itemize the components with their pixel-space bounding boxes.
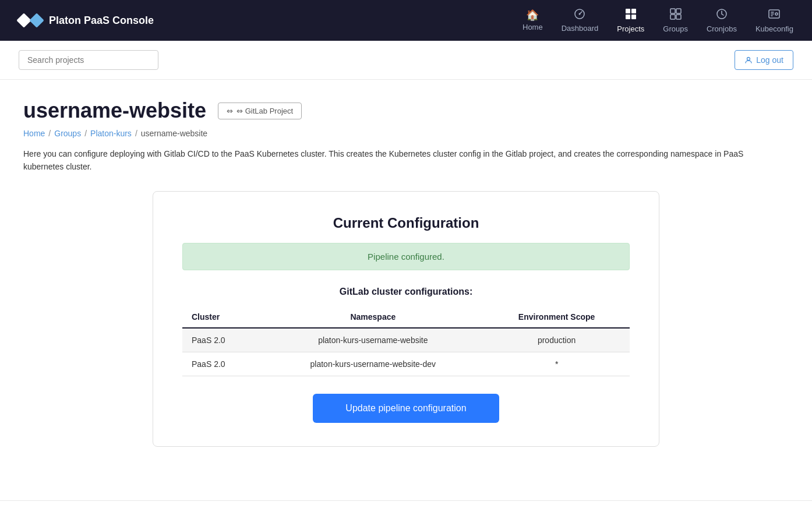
page-title: username-website xyxy=(23,98,206,123)
svg-point-1 xyxy=(579,13,581,15)
svg-rect-4 xyxy=(626,15,630,19)
breadcrumb-current: username-website xyxy=(141,129,207,138)
nav-groups[interactable]: Groups xyxy=(663,8,688,33)
nav-dashboard-label: Dashboard xyxy=(562,24,599,33)
table-header-row: Cluster Namespace Environment Scope xyxy=(182,306,630,328)
main-content: username-website ⇔ ⇔ GitLab Project Home… xyxy=(0,80,812,465)
gitlab-project-link[interactable]: ⇔ ⇔ GitLab Project xyxy=(218,103,302,119)
groups-icon xyxy=(669,8,682,22)
cluster-configs-table: Cluster Namespace Environment Scope PaaS… xyxy=(182,306,630,376)
main-nav: 🏠 Home Dashboard Pro xyxy=(522,8,793,33)
config-card-title: Current Configuration xyxy=(182,215,630,231)
nav-kubeconfig-label: Kubeconfig xyxy=(755,24,793,33)
footer: © 2024 Sikt - Norwegian Agency for Share… xyxy=(0,500,812,505)
svg-rect-9 xyxy=(676,15,681,19)
row1-env-scope: production xyxy=(483,328,630,352)
home-icon: 🏠 xyxy=(526,10,539,20)
table-header: Cluster Namespace Environment Scope xyxy=(182,306,630,328)
svg-rect-5 xyxy=(631,15,636,19)
search-bar-container: Log out xyxy=(0,41,812,80)
breadcrumb-home[interactable]: Home xyxy=(23,129,45,138)
header: Platon PaaS Console 🏠 Home Dashboard xyxy=(0,0,812,41)
col-cluster: Cluster xyxy=(182,306,262,328)
nav-cronjobs[interactable]: Cronjobs xyxy=(707,8,737,33)
col-env-scope: Environment Scope xyxy=(483,306,630,328)
svg-rect-3 xyxy=(631,9,636,13)
pipeline-status-badge: Pipeline configured. xyxy=(182,243,630,270)
nav-projects-label: Projects xyxy=(617,24,644,33)
row2-env-scope: * xyxy=(483,352,630,376)
nav-cronjobs-label: Cronjobs xyxy=(707,24,737,33)
link-icon: ⇔ xyxy=(227,107,233,115)
breadcrumb-sep-1: / xyxy=(48,129,51,138)
cronjobs-icon xyxy=(715,8,728,22)
nav-dashboard[interactable]: Dashboard xyxy=(562,8,599,33)
page-title-row: username-website ⇔ ⇔ GitLab Project xyxy=(23,98,789,123)
svg-point-13 xyxy=(747,58,750,61)
logout-label: Log out xyxy=(756,55,783,65)
row2-cluster: PaaS 2.0 xyxy=(182,352,262,376)
kubeconfig-icon xyxy=(768,8,781,22)
update-pipeline-button[interactable]: Update pipeline configuration xyxy=(313,394,499,423)
page-description: Here you can configure deploying with Gi… xyxy=(23,147,781,174)
user-icon xyxy=(744,56,753,64)
logo-diamond-right xyxy=(29,13,44,27)
svg-rect-6 xyxy=(670,9,675,13)
row1-namespace: platon-kurs-username-website xyxy=(262,328,483,352)
breadcrumb-sep-3: / xyxy=(135,129,137,138)
table-row: PaaS 2.0 platon-kurs-username-website-de… xyxy=(182,352,630,376)
svg-rect-2 xyxy=(626,9,630,13)
nav-home[interactable]: 🏠 Home xyxy=(522,10,543,31)
col-namespace: Namespace xyxy=(262,306,483,328)
nav-projects[interactable]: Projects xyxy=(617,8,644,33)
svg-point-12 xyxy=(775,13,778,15)
nav-groups-label: Groups xyxy=(663,24,688,33)
update-btn-label: Update pipeline configuration xyxy=(345,403,466,413)
app-title: Platon PaaS Console xyxy=(49,15,154,27)
table-row: PaaS 2.0 platon-kurs-username-website pr… xyxy=(182,328,630,352)
gitlab-link-label: ⇔ GitLab Project xyxy=(236,107,293,115)
logout-button[interactable]: Log out xyxy=(735,50,793,70)
logo: Platon PaaS Console xyxy=(19,12,154,29)
search-input[interactable] xyxy=(19,50,158,70)
projects-icon xyxy=(624,8,637,22)
row1-cluster: PaaS 2.0 xyxy=(182,328,262,352)
breadcrumb-groups[interactable]: Groups xyxy=(54,129,81,138)
nav-home-label: Home xyxy=(522,23,543,31)
row2-namespace: platon-kurs-username-website-dev xyxy=(262,352,483,376)
dashboard-icon xyxy=(574,8,585,22)
breadcrumb-platon-kurs[interactable]: Platon-kurs xyxy=(90,129,132,138)
breadcrumb: Home / Groups / Platon-kurs / username-w… xyxy=(23,129,789,138)
table-body: PaaS 2.0 platon-kurs-username-website pr… xyxy=(182,328,630,376)
config-card: Current Configuration Pipeline configure… xyxy=(153,191,659,447)
cluster-configs-title: GitLab cluster configurations: xyxy=(182,287,630,297)
svg-rect-7 xyxy=(676,9,681,13)
breadcrumb-sep-2: / xyxy=(84,129,87,138)
svg-rect-8 xyxy=(670,15,675,19)
nav-kubeconfig[interactable]: Kubeconfig xyxy=(755,8,793,33)
logo-icon xyxy=(19,12,42,29)
